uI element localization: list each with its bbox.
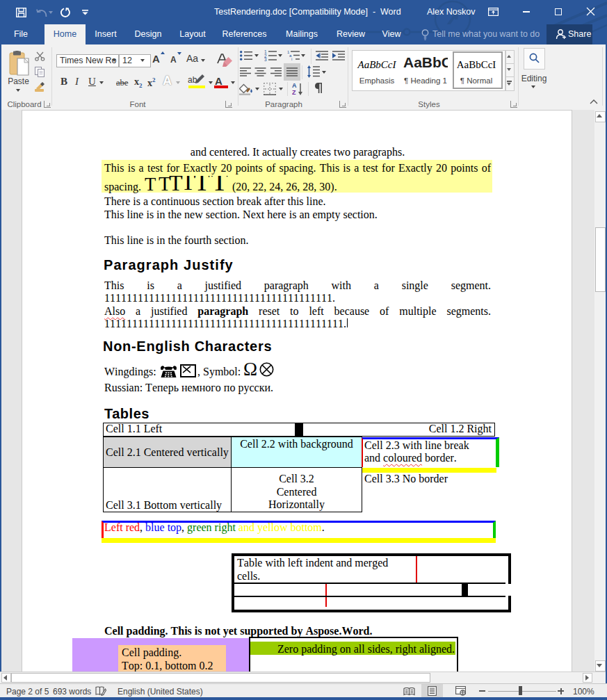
svg-text:A: A [292,82,297,89]
svg-text:3: 3 [264,57,267,61]
svg-text:i: i [291,57,292,60]
svg-text:Z: Z [292,89,296,95]
